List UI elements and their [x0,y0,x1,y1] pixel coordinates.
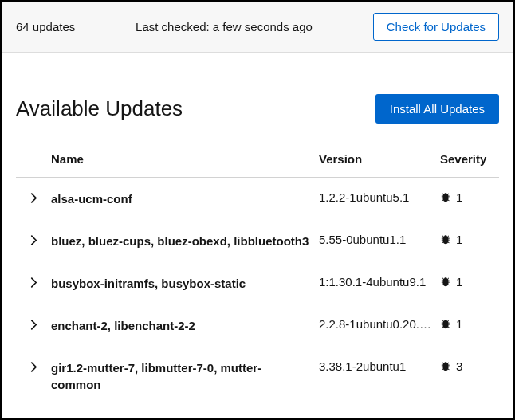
table-header: Name Version Severity [16,143,499,178]
col-name-header: Name [51,152,319,166]
bug-icon [440,192,451,203]
table-row: bluez, bluez-cups, bluez-obexd, libbluet… [16,220,499,262]
bug-icon [440,277,451,288]
bug-icon [440,234,451,245]
install-all-updates-button[interactable]: Install All Updates [375,94,499,124]
package-severity: 1 [440,190,499,204]
package-severity: 1 [440,233,499,246]
col-severity-header: Severity [440,152,499,166]
package-name: busybox-initramfs, busybox-static [51,275,319,292]
package-severity: 1 [440,275,499,289]
package-name: alsa-ucm-conf [51,190,319,207]
table-row: busybox-initramfs, busybox-static1:1.30.… [16,262,499,304]
chevron-right-icon[interactable] [16,359,51,372]
package-name: gir1.2-mutter-7, libmutter-7-0, mutter-c… [51,359,319,393]
content: Available Updates Install All Updates Na… [2,53,513,406]
severity-count: 1 [456,275,462,289]
package-version: 5.55-0ubuntu1.1 [319,233,440,246]
package-version: 1:1.30.1-4ubuntu9.1 [319,275,440,289]
update-count: 64 updates [16,20,75,33]
page-title: Available Updates [16,96,183,121]
package-version: 3.38.1-2ubuntu1 [319,359,440,373]
table-body: alsa-ucm-conf1.2.2-1ubuntu5.11bluez, blu… [16,178,499,406]
bug-icon [440,361,451,372]
col-version-header: Version [319,152,440,166]
severity-count: 1 [456,190,462,204]
table-row: gir1.2-mutter-7, libmutter-7-0, mutter-c… [16,347,499,406]
table-row: alsa-ucm-conf1.2.2-1ubuntu5.11 [16,178,499,220]
check-for-updates-button[interactable]: Check for Updates [373,13,499,41]
chevron-right-icon[interactable] [16,190,51,203]
severity-count: 1 [456,317,462,331]
package-name: enchant-2, libenchant-2-2 [51,317,319,334]
chevron-right-icon[interactable] [16,275,51,288]
package-version: 1.2.2-1ubuntu5.1 [319,190,440,204]
severity-count: 1 [456,233,462,246]
scroll-container[interactable]: 64 updates Last checked: a few seconds a… [2,2,513,418]
severity-count: 3 [456,359,462,373]
package-severity: 1 [440,317,499,331]
col-expand-header [16,152,51,166]
package-name: bluez, bluez-cups, bluez-obexd, libbluet… [51,233,319,249]
package-version: 2.2.8-1ubuntu0.20.10.1 [319,317,440,331]
table-row: enchant-2, libenchant-2-22.2.8-1ubuntu0.… [16,304,499,347]
chevron-right-icon[interactable] [16,317,51,330]
chevron-right-icon[interactable] [16,233,51,245]
header-bar: 64 updates Last checked: a few seconds a… [2,2,513,53]
package-severity: 3 [440,359,499,373]
last-checked: Last checked: a few seconds ago [136,20,313,33]
title-row: Available Updates Install All Updates [16,94,499,124]
bug-icon [440,319,451,330]
updates-table: Name Version Severity alsa-ucm-conf1.2.2… [16,143,499,406]
